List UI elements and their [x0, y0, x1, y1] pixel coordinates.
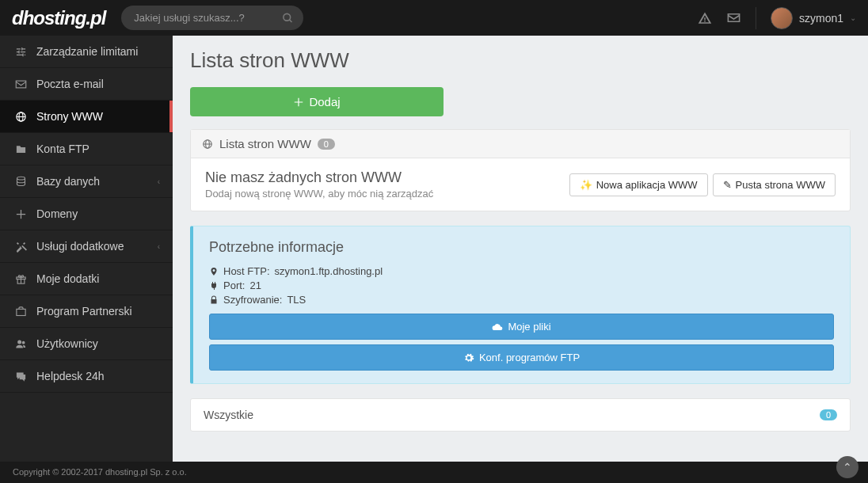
empty-page-label: Pusta strona WWW [736, 179, 825, 191]
action-group: ✨ Nowa aplikacja WWW ✎ Pusta strona WWW [569, 173, 836, 196]
chevron-left-icon: ‹ [158, 242, 160, 251]
plus-icon [293, 97, 304, 108]
page-title: Lista stron WWW [190, 48, 851, 73]
edit-icon: ✎ [723, 179, 732, 191]
panel-body: Nie masz żadnych stron WWW Dodaj nową st… [191, 158, 850, 211]
svg-rect-10 [16, 309, 25, 315]
info-port-row: Port: 21 [209, 280, 834, 291]
folder-icon [13, 143, 29, 155]
lock-icon [209, 295, 219, 305]
empty-page-button[interactable]: ✎ Pusta strona WWW [713, 173, 836, 196]
gift-icon [13, 273, 29, 285]
add-button[interactable]: Dodaj [190, 87, 444, 116]
sidebar-item-email[interactable]: Poczta e-mail [0, 68, 173, 101]
sidebar-label: Użytkownicy [36, 337, 98, 350]
my-files-button[interactable]: Moje pliki [209, 314, 834, 340]
sidebar-item-ftp[interactable]: Konta FTP [0, 133, 173, 165]
alert-icon[interactable] [698, 11, 712, 25]
panel-title: Lista stron WWW [219, 137, 311, 150]
new-app-label: Nowa aplikacja WWW [596, 179, 698, 191]
globe-icon [13, 111, 29, 123]
svg-point-0 [284, 13, 291, 21]
sidebar-item-domains[interactable]: Domeny [0, 198, 173, 230]
logo[interactable]: dhosting.pl [12, 7, 105, 29]
port-value: 21 [249, 280, 261, 291]
empty-subtitle: Dodaj nową stronę WWW, aby móc nią zarzą… [205, 188, 433, 200]
port-label: Port: [223, 280, 245, 291]
search-input[interactable] [121, 6, 303, 30]
www-list-panel: Lista stron WWW 0 Nie masz żadnych stron… [190, 129, 851, 211]
sidebar-label: Bazy danych [36, 175, 100, 188]
count-badge: 0 [318, 139, 335, 150]
tools-icon [13, 241, 29, 253]
sidebar-label: Konta FTP [36, 143, 89, 155]
plug-icon [209, 281, 219, 291]
chat-icon [13, 371, 29, 382]
filter-label: Wszystkie [204, 409, 253, 421]
svg-point-11 [17, 340, 21, 344]
top-header: dhosting.pl szymon1 ⌄ [0, 0, 868, 36]
search-wrap [121, 6, 303, 30]
info-panel: Potrzebne informacje Host FTP: szymon1.f… [190, 226, 851, 384]
svg-point-6 [17, 177, 25, 180]
plus-square-icon [13, 208, 29, 220]
enc-value: TLS [287, 294, 306, 306]
sliders-icon [13, 46, 29, 58]
copyright: Copyright © 2002-2017 dhosting.pl Sp. z … [13, 467, 187, 477]
users-icon [13, 338, 29, 350]
sidebar-item-partner[interactable]: Program Partnerski [0, 295, 173, 328]
sidebar-label: Poczta e-mail [36, 78, 104, 90]
svg-rect-2 [16, 81, 26, 88]
briefcase-icon [13, 306, 29, 318]
cloud-icon [492, 321, 503, 333]
sidebar-label: Helpdesk 24h [36, 370, 105, 382]
username: szymon1 [799, 12, 843, 25]
ftp-config-label: Konf. programów FTP [479, 352, 580, 363]
user-menu[interactable]: szymon1 ⌄ [756, 7, 856, 29]
sidebar-item-users[interactable]: Użytkownicy [0, 328, 173, 360]
header-right: szymon1 ⌄ [698, 7, 856, 29]
filter-count-badge: 0 [820, 409, 837, 420]
footer: Copyright © 2002-2017 dhosting.pl Sp. z … [0, 462, 868, 483]
empty-title: Nie masz żadnych stron WWW [205, 169, 433, 186]
filter-panel[interactable]: Wszystkie 0 [190, 398, 851, 432]
pin-icon [209, 267, 219, 276]
panel-heading: Lista stron WWW 0 [191, 130, 850, 158]
database-icon [13, 176, 29, 188]
info-title: Potrzebne informacje [209, 239, 834, 256]
scroll-top-button[interactable]: ⌃ [836, 456, 858, 478]
empty-state: Nie masz żadnych stron WWW Dodaj nową st… [205, 169, 433, 200]
sidebar-label: Zarządzanie limitami [36, 45, 138, 58]
svg-point-12 [21, 340, 25, 344]
ftp-config-button[interactable]: Konf. programów FTP [209, 344, 834, 371]
sidebar-label: Strony WWW [36, 110, 103, 123]
enc-label: Szyfrowanie: [223, 294, 282, 306]
sidebar-label: Moje dodatki [36, 272, 99, 285]
add-button-label: Dodaj [309, 95, 340, 108]
mail-icon[interactable] [726, 10, 741, 25]
sidebar-item-addons[interactable]: Usługi dodatkowe ‹ [0, 230, 173, 263]
sidebar-label: Domeny [36, 207, 78, 220]
search-icon[interactable] [282, 12, 294, 24]
sidebar-item-my-addons[interactable]: Moje dodatki [0, 263, 173, 295]
chevron-left-icon: ‹ [158, 177, 160, 186]
avatar [771, 7, 793, 29]
sidebar-item-limits[interactable]: Zarządzanie limitami [0, 36, 173, 68]
sidebar: Zarządzanie limitami Poczta e-mail Stron… [0, 36, 173, 462]
host-value: szymon1.ftp.dhosting.pl [275, 265, 383, 277]
host-label: Host FTP: [223, 265, 270, 277]
sidebar-item-helpdesk[interactable]: Helpdesk 24h [0, 360, 173, 393]
envelope-icon [13, 78, 29, 90]
sidebar-item-databases[interactable]: Bazy danych ‹ [0, 165, 173, 198]
chevron-down-icon: ⌄ [850, 13, 856, 22]
chevron-up-icon: ⌃ [843, 461, 852, 473]
magic-icon: ✨ [580, 179, 592, 191]
globe-icon [202, 139, 213, 150]
sidebar-item-www[interactable]: Strony WWW [0, 101, 173, 133]
gear-icon [463, 352, 474, 363]
svg-line-1 [290, 19, 292, 21]
sidebar-label: Program Partnerski [36, 305, 132, 318]
new-app-button[interactable]: ✨ Nowa aplikacja WWW [569, 173, 708, 196]
info-enc-row: Szyfrowanie: TLS [209, 294, 834, 306]
my-files-label: Moje pliki [508, 321, 550, 333]
